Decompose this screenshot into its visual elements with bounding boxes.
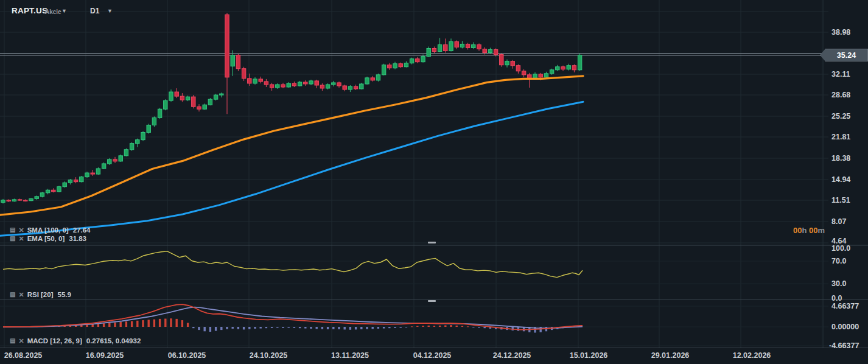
candle-down <box>264 82 268 85</box>
candle-down <box>388 65 391 68</box>
macd-hist-bar-negative <box>237 327 239 329</box>
candle-down <box>320 85 324 88</box>
candle-up <box>393 64 397 68</box>
candle-down <box>444 44 447 51</box>
macd-hist-bar-negative <box>472 327 474 327</box>
indicator-remove-icon[interactable]: ✕ <box>18 338 24 344</box>
candle-down <box>399 64 402 67</box>
date-axis-label: 16.09.2025 <box>86 351 124 360</box>
indicator-row-ema: ▤✕EMA [50, 0]31.83 <box>10 235 86 242</box>
chart-canvas[interactable] <box>0 0 868 364</box>
candle-up <box>550 70 553 74</box>
price-axis-label: 38.98 <box>831 28 850 37</box>
macd-hist-bar-negative <box>349 327 351 330</box>
macd-hist-bar-negative <box>366 327 368 329</box>
macd-hist-bar-negative <box>400 327 402 327</box>
macd-axis-label: 4.66377 <box>831 302 859 310</box>
macd-hist-bar-negative <box>321 327 323 329</box>
macd-hist-bar-positive <box>108 323 110 327</box>
candle-up <box>141 133 145 140</box>
panel-resize-handle[interactable] <box>428 300 436 302</box>
candle-up <box>309 81 313 84</box>
candle-up <box>332 83 335 85</box>
symbol-dropdown-caret-icon[interactable]: ▼ <box>61 8 67 14</box>
indicator-settings-icon[interactable]: ▤ <box>10 227 15 233</box>
candle-up <box>68 180 72 183</box>
candle-up <box>152 117 156 125</box>
macd-hist-bar-negative <box>265 327 267 328</box>
macd-hist-bar-negative <box>355 327 357 329</box>
indicator-remove-icon[interactable]: ✕ <box>18 227 24 233</box>
candle-down <box>343 86 346 89</box>
candle-down <box>192 97 195 107</box>
date-axis-label: 12.02.2026 <box>733 351 771 360</box>
macd-hist-bar-positive <box>153 320 155 327</box>
indicator-remove-icon[interactable]: ✕ <box>18 292 24 298</box>
candle-up <box>130 144 133 150</box>
macd-hist-bar-negative <box>293 327 295 328</box>
candle-down <box>416 59 419 62</box>
macd-hist-bar-positive <box>187 323 189 327</box>
candle-up <box>488 50 492 53</box>
price-axis-label: 28.68 <box>831 91 850 99</box>
candle-down <box>466 44 469 47</box>
candle-up <box>203 105 206 109</box>
macd-hist-bar-negative <box>243 327 245 329</box>
macd-hist-bar-negative <box>377 327 379 329</box>
candle-up <box>220 94 223 95</box>
symbol-name[interactable]: RAPT.US <box>12 6 47 15</box>
rsi-axis-label: 70.0 <box>831 257 846 265</box>
macd-hist-bar-positive <box>181 320 183 327</box>
macd-axis-label: -4.66377 <box>829 341 859 350</box>
indicator-settings-icon[interactable]: ▤ <box>10 338 15 344</box>
candle-down <box>304 82 307 84</box>
timeframe-dropdown-caret-icon[interactable]: ▼ <box>107 8 113 14</box>
candle-down <box>483 49 486 53</box>
date-axis-label: 29.01.2026 <box>651 351 690 360</box>
candle-down <box>494 50 497 55</box>
candle-down <box>292 83 296 86</box>
candle-down <box>477 44 481 49</box>
macd-hist-bar-negative <box>304 327 306 329</box>
candle-up <box>556 67 559 70</box>
macd-hist-bar-positive <box>428 326 430 327</box>
macd-hist-bar-negative <box>478 327 480 327</box>
candle-up <box>124 150 128 156</box>
countdown-hours-unit: h <box>802 226 807 235</box>
date-axis-label: 15.01.2026 <box>570 351 608 360</box>
candle-down <box>7 200 10 201</box>
macd-hist-bar-negative <box>215 327 217 331</box>
macd-hist-bar-positive <box>136 321 138 327</box>
macd-hist-bar-positive <box>450 325 452 327</box>
rsi-axis-label: 30.0 <box>831 279 846 288</box>
candle-up <box>544 74 548 77</box>
candle-up <box>108 159 111 164</box>
macd-hist-bar-negative <box>248 327 250 329</box>
candle-down <box>52 190 55 192</box>
macd-hist-bar-negative <box>299 327 301 328</box>
macd-hist-bar-positive <box>439 326 441 327</box>
macd-hist-bar-negative <box>192 327 194 328</box>
date-axis-label: 13.11.2025 <box>331 351 369 360</box>
macd-hist-bar-negative <box>276 327 278 327</box>
candle-countdown-timer: 00h 00m <box>773 226 825 235</box>
candle-up <box>365 78 369 84</box>
macd-hist-bar-negative <box>198 327 200 330</box>
macd-hist-bar-negative <box>271 327 273 328</box>
indicator-label: SMA [100, 0] <box>27 226 69 234</box>
macd-hist-bar-negative <box>220 327 222 330</box>
macd-hist-bar-negative <box>388 327 390 328</box>
candle-down <box>18 200 21 200</box>
panel-resize-handle[interactable] <box>428 242 436 243</box>
candle-down <box>539 74 542 77</box>
price-axis-label: 32.11 <box>831 70 850 79</box>
timeframe-selector[interactable]: D1 <box>90 7 99 15</box>
candle-up <box>404 63 408 67</box>
candle-down <box>197 107 201 109</box>
candle-up <box>231 55 234 66</box>
indicator-settings-icon[interactable]: ▤ <box>10 236 15 242</box>
indicator-remove-icon[interactable]: ✕ <box>18 236 24 242</box>
candle-down <box>354 86 357 89</box>
indicator-settings-icon[interactable]: ▤ <box>10 292 15 298</box>
macd-hist-bar-negative <box>484 327 486 328</box>
